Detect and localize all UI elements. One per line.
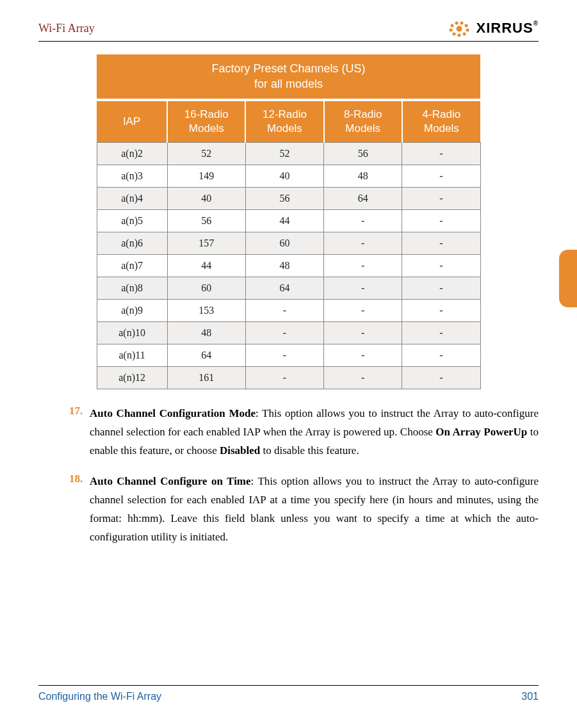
table-cell: 44	[245, 209, 323, 232]
col-iap: IAP	[97, 100, 167, 143]
col-12radio-a: 12-Radio	[263, 108, 307, 120]
col-4radio-a: 4-Radio	[423, 108, 461, 120]
table-cell: -	[402, 209, 480, 232]
col-16radio-b: Models	[189, 122, 224, 134]
brand-logo-text: XIRRUS®	[476, 20, 539, 36]
table-cell: -	[245, 366, 323, 389]
table-cell: -	[402, 165, 480, 187]
table-cell: a(n)8	[97, 277, 167, 299]
col-8radio-b: Models	[345, 122, 380, 134]
table-cell: 56	[167, 209, 245, 232]
header-title: Wi-Fi Array	[38, 22, 95, 35]
table-cell: 52	[245, 142, 323, 165]
item17-heading: Auto Channel Configuration Mode	[90, 407, 256, 419]
page-header: Wi-Fi Array XIRRUS®	[38, 19, 539, 42]
list-text-18: Auto Channel Configure on Time: This opt…	[90, 473, 539, 547]
svg-point-1	[455, 22, 458, 25]
table-cell: 60	[245, 232, 323, 254]
section-side-tab	[559, 250, 577, 307]
svg-point-7	[452, 33, 455, 36]
table-cell: a(n)10	[97, 321, 167, 344]
table-cell: -	[324, 366, 402, 389]
table-cell: -	[402, 254, 480, 277]
table-cell: -	[402, 187, 480, 209]
table-cell: 40	[167, 187, 245, 209]
instruction-list: 17. Auto Channel Configuration Mode: Thi…	[38, 405, 539, 547]
col-12radio-b: Models	[267, 122, 302, 134]
svg-point-5	[462, 33, 466, 36]
list-number-17: 17.	[69, 405, 90, 460]
table-cell: -	[324, 232, 402, 254]
table-cell: 44	[167, 254, 245, 277]
table-cell: 48	[167, 321, 245, 344]
table-cell: 157	[167, 232, 245, 254]
table-cell: -	[324, 277, 402, 299]
table-cell: 48	[324, 165, 402, 187]
col-16radio: 16-Radio Models	[167, 100, 245, 143]
table-body: a(n)2525256-a(n)31494048-a(n)4405664-a(n…	[97, 142, 480, 389]
table-cell: -	[402, 277, 480, 299]
table-row: a(n)2525256-	[97, 142, 480, 165]
table-cell: 64	[324, 187, 402, 209]
footer-section: Configuring the Wi-Fi Array	[38, 691, 161, 702]
table-title-line2: for all models	[254, 77, 323, 90]
table-cell: a(n)12	[97, 366, 167, 389]
table-cell: 153	[167, 299, 245, 321]
table-cell: -	[245, 321, 323, 344]
table-cell: -	[324, 344, 402, 366]
svg-point-4	[466, 29, 469, 32]
table-row: a(n)1048---	[97, 321, 480, 344]
table-cell: 60	[167, 277, 245, 299]
col-12radio: 12-Radio Models	[245, 100, 323, 143]
table-cell: -	[324, 321, 402, 344]
table-cell: a(n)7	[97, 254, 167, 277]
table-cell: a(n)4	[97, 187, 167, 209]
table-cell: a(n)9	[97, 299, 167, 321]
svg-point-8	[449, 29, 452, 32]
table-row: a(n)4405664-	[97, 187, 480, 209]
col-8radio: 8-Radio Models	[324, 100, 402, 143]
list-text-17: Auto Channel Configuration Mode: This op…	[90, 405, 539, 460]
table-row: a(n)55644--	[97, 209, 480, 232]
channel-table-wrap: Factory Preset Channels (US) for all mod…	[38, 54, 539, 389]
table-title-line1: Factory Preset Channels (US)	[211, 62, 365, 75]
page-footer: Configuring the Wi-Fi Array 301	[38, 685, 539, 702]
table-row: a(n)74448--	[97, 254, 480, 277]
table-cell: -	[402, 232, 480, 254]
table-cell: a(n)3	[97, 165, 167, 187]
table-cell: -	[402, 142, 480, 165]
table-row: a(n)31494048-	[97, 165, 480, 187]
table-cell: 161	[167, 366, 245, 389]
table-cell: 56	[324, 142, 402, 165]
col-4radio-b: Models	[424, 122, 459, 134]
table-row: a(n)1164---	[97, 344, 480, 366]
factory-preset-channels-table: Factory Preset Channels (US) for all mod…	[97, 54, 481, 389]
list-number-18: 18.	[69, 473, 90, 547]
table-cell: -	[245, 299, 323, 321]
table-cell: -	[245, 344, 323, 366]
table-cell: 40	[245, 165, 323, 187]
item17-option1: On Array PowerUp	[435, 426, 527, 438]
table-title-row: Factory Preset Channels (US) for all mod…	[97, 54, 480, 100]
table-cell: -	[324, 254, 402, 277]
col-8radio-a: 8-Radio	[344, 108, 382, 120]
table-cell: -	[324, 299, 402, 321]
list-item-18: 18. Auto Channel Configure on Time: This…	[69, 473, 539, 547]
logo-text: XIRRUS	[476, 20, 533, 36]
brand-logo: XIRRUS®	[446, 19, 539, 37]
table-cell: -	[402, 344, 480, 366]
svg-point-9	[456, 26, 462, 32]
svg-point-3	[464, 24, 467, 28]
table-cell: -	[402, 366, 480, 389]
col-16radio-a: 16-Radio	[184, 108, 229, 120]
table-cell: 56	[245, 187, 323, 209]
table-cell: -	[324, 209, 402, 232]
svg-point-2	[460, 22, 463, 25]
col-4radio: 4-Radio Models	[402, 100, 480, 143]
footer-page-number: 301	[521, 691, 539, 702]
table-cell: 149	[167, 165, 245, 187]
table-cell: a(n)11	[97, 344, 167, 366]
table-cell: 64	[245, 277, 323, 299]
table-row: a(n)615760--	[97, 232, 480, 254]
table-row: a(n)9153---	[97, 299, 480, 321]
